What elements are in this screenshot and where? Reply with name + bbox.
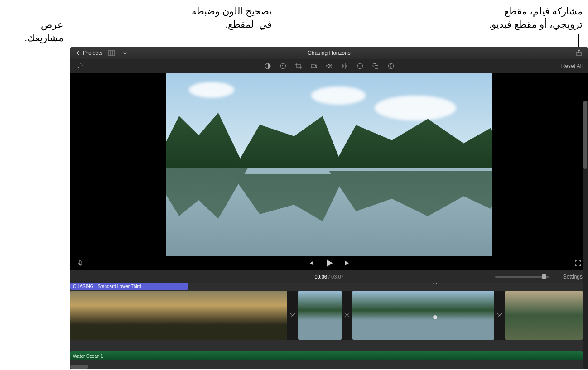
share-button[interactable] [574,48,583,58]
fullscreen-icon [574,259,582,267]
viewer [70,73,588,270]
callout-share: مشاركة فيلم، مقطعترويجي، أو مقطع فيديو. [489,5,583,31]
microphone-icon [77,259,84,267]
callout-color: تصحيح اللون وضبطهفي المقطع. [168,5,272,31]
playhead[interactable] [435,283,435,353]
svg-line-15 [360,65,361,66]
crop-button[interactable] [294,62,303,71]
viewer-canvas[interactable] [70,73,588,256]
color-balance-icon [264,62,271,70]
speed-button[interactable] [356,62,365,71]
transition-icon [289,312,296,319]
prev-icon [308,259,315,267]
video-track [70,291,583,340]
info-button[interactable] [386,62,395,71]
time-display: 00:06 / 03:07 [314,274,343,279]
vertical-scrollbar[interactable] [583,101,587,169]
share-icon [575,49,583,57]
timeline-settings-button[interactable]: Settings [563,274,583,280]
svg-rect-21 [79,260,81,264]
app-window: Projects Chasing Horizons [70,47,588,369]
projects-button[interactable]: Projects [75,49,102,57]
info-icon [387,62,395,70]
timeline[interactable]: CHASING - Standard Lower Third Water Oce… [70,283,588,369]
playhead-indicator [433,315,437,319]
play-icon [325,259,334,268]
callout-line [88,34,88,48]
color-balance-button[interactable] [263,62,272,71]
video-preview [166,73,492,256]
time-current: 00:06 [314,274,327,279]
voiceover-button[interactable] [76,259,85,268]
video-clip-4[interactable] [505,291,583,340]
circles-icon [372,62,379,70]
volume-button[interactable] [325,62,334,71]
transport-bar [70,256,588,270]
camera-icon [310,62,318,70]
svg-point-8 [284,67,285,67]
horizontal-scrollbar[interactable] [70,365,88,369]
equalizer-icon [341,62,348,70]
video-clip-3[interactable] [352,291,494,340]
callout-line [578,34,579,48]
reset-all-button[interactable]: Reset All [561,63,583,69]
audio-clip-label: Water Ocean 1 [73,354,103,359]
project-title: Chasing Horizons [308,50,351,56]
time-duration: 03:07 [331,274,344,279]
filter-button[interactable] [371,62,380,71]
svg-point-20 [390,64,391,65]
transition-1[interactable] [287,291,298,340]
download-arrow-icon [121,49,129,57]
titlebar: Projects Chasing Horizons [70,47,588,59]
svg-rect-9 [311,65,315,68]
library-icon [108,49,115,57]
crop-icon [295,62,302,70]
chevron-left-icon [75,49,82,57]
transition-3[interactable] [494,291,505,340]
stabilization-button[interactable] [309,62,318,71]
play-button[interactable] [325,259,334,268]
color-correction-button[interactable] [279,62,288,71]
media-browser-button[interactable] [107,48,116,58]
zoom-slider[interactable] [495,276,549,278]
svg-point-7 [284,65,284,66]
callout-projects: عرض مشاريعك. [0,18,63,45]
titlebar-left: Projects [75,48,130,58]
next-icon [344,259,351,267]
wand-icon [77,62,84,70]
prev-button[interactable] [307,259,316,268]
svg-point-6 [282,65,283,66]
noise-reduction-button[interactable] [340,62,349,71]
zoom-thumb[interactable] [542,274,546,279]
fullscreen-button[interactable] [574,259,583,268]
palette-icon [280,62,287,70]
title-clip[interactable]: CHASING - Standard Lower Third [70,283,188,290]
video-clip-2[interactable] [298,291,342,340]
projects-label: Projects [83,50,102,56]
transition-icon [343,312,351,319]
title-clip-label: CHASING - Standard Lower Third [73,284,141,289]
timeline-header: 00:06 / 03:07 Settings [70,270,588,283]
transport-controls [307,259,352,268]
import-button[interactable] [120,48,130,58]
speedometer-icon [357,62,364,70]
audio-clip[interactable]: Water Ocean 1 [70,351,583,360]
volume-icon [326,62,333,70]
playhead-handle[interactable] [433,283,437,284]
svg-point-5 [280,63,286,69]
adjustment-icons [263,62,395,71]
video-clip-1[interactable] [70,291,287,340]
titlebar-right [574,48,583,58]
transition-icon [496,312,503,319]
enhance-button[interactable] [76,62,85,71]
next-button[interactable] [343,259,352,268]
adjustment-toolbar: Reset All [70,59,588,73]
svg-rect-0 [108,51,115,55]
vertical-scrollbar-track [583,101,588,369]
transition-2[interactable] [342,291,352,340]
